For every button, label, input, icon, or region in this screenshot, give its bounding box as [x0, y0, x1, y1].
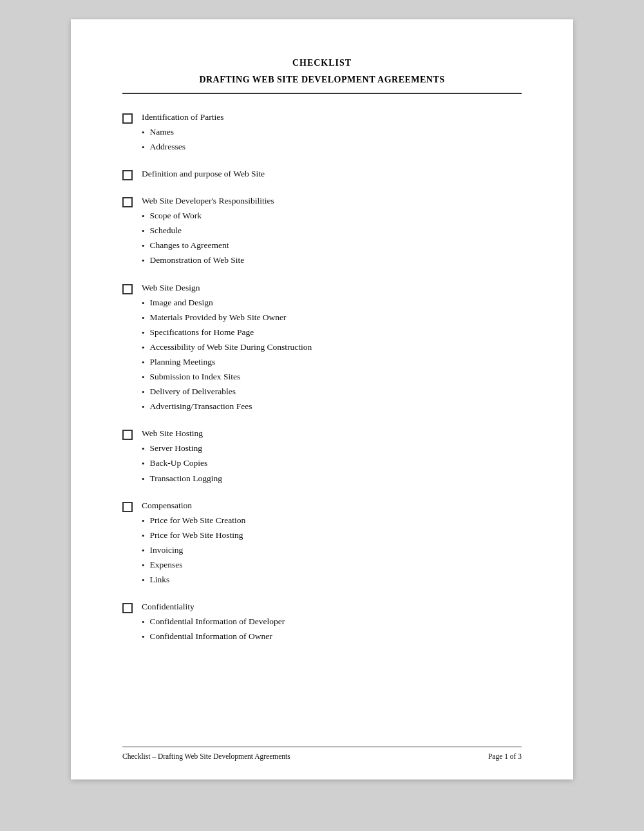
sub-item-text: Changes to Agreement [150, 238, 229, 253]
bullet-icon: • [142, 514, 145, 528]
checkbox-0[interactable] [122, 113, 133, 124]
page: CHECKLIST DRAFTING WEB SITE DEVELOPMENT … [71, 19, 573, 779]
bullet-icon: • [142, 356, 145, 370]
sub-item: •Links [142, 573, 522, 587]
sub-item-text: Specifications for Home Page [150, 325, 254, 340]
sub-item: •Back-Up Copies [142, 456, 522, 471]
bullet-icon: • [142, 573, 145, 587]
sub-item: •Scope of Work [142, 209, 522, 224]
sub-item: •Accessibility of Web Site During Constr… [142, 340, 522, 355]
bullet-icon: • [142, 559, 145, 573]
checkbox-4[interactable] [122, 430, 133, 440]
sub-item: •Planning Meetings [142, 355, 522, 370]
sub-item-text: Delivery of Deliverables [150, 385, 236, 399]
sub-item: •Expenses [142, 558, 522, 573]
bullet-icon: • [142, 140, 145, 155]
sub-item-text: Scope of Work [150, 209, 202, 224]
sub-item: •Price for Web Site Creation [142, 513, 522, 528]
sub-item-text: Accessibility of Web Site During Constru… [150, 340, 312, 355]
sub-item: •Changes to Agreement [142, 238, 522, 253]
footer-left-text: Checklist – Drafting Web Site Developmen… [122, 752, 290, 760]
checklist-item: Web Site Design•Image and Design•Materia… [122, 283, 522, 415]
sub-item: •Materials Provided by Web Site Owner [142, 310, 522, 325]
bullet-icon: • [142, 630, 145, 644]
sub-item-text: Confidential Information of Owner [150, 629, 272, 644]
checklist-item: Web Site Hosting•Server Hosting•Back-Up … [122, 428, 522, 486]
sub-item: •Delivery of Deliverables [142, 385, 522, 399]
bullet-icon: • [142, 239, 145, 253]
checklist: Identification of Parties•Names•Addresse… [122, 112, 522, 644]
sub-item: •Advertising/Transaction Fees [142, 399, 522, 414]
sub-item: •Transaction Logging [142, 472, 522, 486]
bullet-icon: • [142, 126, 145, 140]
sub-item-text: Invoicing [150, 543, 184, 558]
bullet-icon: • [142, 472, 145, 486]
sub-item-text: Demonstration of Web Site [150, 253, 245, 268]
sub-item: •Submission to Index Sites [142, 370, 522, 385]
checklist-item: Compensation•Price for Web Site Creation… [122, 501, 522, 587]
bullet-icon: • [142, 370, 145, 385]
sub-item-text: Image and Design [150, 296, 213, 310]
sub-item: •Specifications for Home Page [142, 325, 522, 340]
sub-item-text: Price for Web Site Hosting [150, 528, 243, 543]
sub-item: •Addresses [142, 140, 522, 155]
checklist-item: Definition and purpose of Web Site [122, 169, 522, 182]
bullet-icon: • [142, 311, 145, 325]
bullet-icon: • [142, 224, 145, 238]
checkbox-1[interactable] [122, 170, 133, 180]
sub-item: •Confidential Information of Owner [142, 629, 522, 644]
sub-item: •Price for Web Site Hosting [142, 528, 522, 543]
bullet-icon: • [142, 341, 145, 355]
bullet-icon: • [142, 529, 145, 543]
bullet-icon: • [142, 615, 145, 629]
sub-item-text: Submission to Index Sites [150, 370, 241, 385]
sub-item: •Names [142, 125, 522, 140]
sub-item: •Schedule [142, 224, 522, 238]
page-subtitle: DRAFTING WEB SITE DEVELOPMENT AGREEMENTS [122, 75, 522, 85]
item-label-6: Confidentiality [142, 602, 522, 612]
item-label-1: Definition and purpose of Web Site [142, 169, 522, 179]
sub-item-text: Price for Web Site Creation [150, 513, 246, 528]
page-title: CHECKLIST [122, 58, 522, 68]
checklist-item: Web Site Developer's Responsibilities•Sc… [122, 196, 522, 268]
sub-item: •Server Hosting [142, 441, 522, 456]
sub-item: •Invoicing [142, 543, 522, 558]
item-label-4: Web Site Hosting [142, 428, 522, 439]
checkbox-5[interactable] [122, 502, 133, 512]
sub-item: •Image and Design [142, 296, 522, 310]
bullet-icon: • [142, 209, 145, 224]
sub-item: •Confidential Information of Developer [142, 615, 522, 629]
checkbox-3[interactable] [122, 284, 133, 294]
sub-item-text: Names [150, 125, 175, 140]
sub-item-text: Back-Up Copies [150, 456, 208, 471]
bullet-icon: • [142, 544, 145, 558]
page-header: CHECKLIST DRAFTING WEB SITE DEVELOPMENT … [122, 58, 522, 85]
bullet-icon: • [142, 400, 145, 414]
bullet-icon: • [142, 457, 145, 471]
sub-item-text: Materials Provided by Web Site Owner [150, 310, 287, 325]
bullet-icon: • [142, 254, 145, 268]
bullet-icon: • [142, 385, 145, 399]
sub-item-text: Links [150, 573, 170, 587]
sub-item-text: Transaction Logging [150, 472, 222, 486]
bullet-icon: • [142, 326, 145, 340]
sub-item-text: Server Hosting [150, 441, 202, 456]
footer-right-text: Page 1 of 3 [488, 752, 522, 760]
sub-item-text: Advertising/Transaction Fees [150, 399, 252, 414]
sub-item: •Demonstration of Web Site [142, 253, 522, 268]
checkbox-2[interactable] [122, 197, 133, 207]
sub-item-text: Planning Meetings [150, 355, 216, 370]
checkbox-6[interactable] [122, 603, 133, 613]
header-divider [122, 93, 522, 94]
sub-item-text: Schedule [150, 224, 182, 238]
bullet-icon: • [142, 442, 145, 456]
item-label-2: Web Site Developer's Responsibilities [142, 196, 522, 206]
item-label-3: Web Site Design [142, 283, 522, 293]
checklist-item: Confidentiality•Confidential Information… [122, 602, 522, 644]
sub-item-text: Confidential Information of Developer [150, 615, 285, 629]
sub-item-text: Addresses [150, 140, 186, 155]
item-label-0: Identification of Parties [142, 112, 522, 122]
item-label-5: Compensation [142, 501, 522, 511]
sub-item-text: Expenses [150, 558, 183, 573]
checklist-item: Identification of Parties•Names•Addresse… [122, 112, 522, 155]
